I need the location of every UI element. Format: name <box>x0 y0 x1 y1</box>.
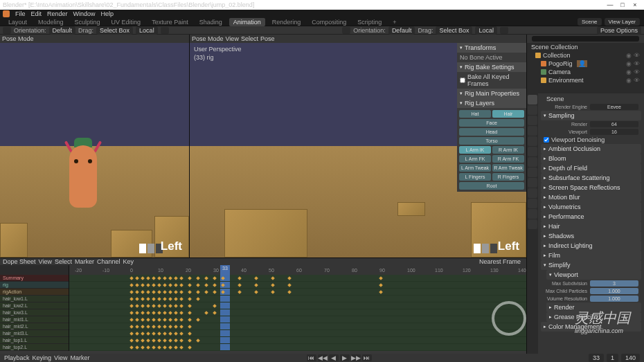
ws-compositing[interactable]: Compositing <box>307 18 350 26</box>
ch-hair7[interactable]: hair_top1.L <box>0 337 69 344</box>
sec-simplify-vp[interactable]: Viewport <box>546 270 641 280</box>
ws-texpaint[interactable]: Texture Paint <box>147 18 193 26</box>
ws-shading[interactable]: Shading <box>195 18 226 26</box>
opt-icon[interactable] <box>500 27 508 34</box>
out-camera[interactable]: Camera◉ 👁 <box>527 68 644 76</box>
ptab-data-icon[interactable] <box>528 199 537 208</box>
sec-dof[interactable]: Depth of Field <box>541 163 641 173</box>
menu-render[interactable]: Render <box>47 10 68 17</box>
tr-view[interactable]: View <box>54 354 67 361</box>
np-riglayers[interactable]: Rig Layers <box>457 98 526 108</box>
tool-icon[interactable] <box>3 27 11 34</box>
ws-layout[interactable]: Layout <box>4 18 31 26</box>
sec-mb[interactable]: Motion Blur <box>541 192 641 202</box>
ptab-bone-icon[interactable] <box>528 209 537 219</box>
ds-select[interactable]: Select <box>55 258 72 265</box>
ch-hair6[interactable]: hair_mid3.L <box>0 330 69 337</box>
play-rev-icon[interactable]: ◀ <box>329 354 339 361</box>
ch-summary[interactable]: Summary <box>0 275 69 282</box>
sec-bloom[interactable]: Bloom <box>541 154 641 163</box>
maximize-button[interactable]: □ <box>616 1 629 8</box>
end-frame[interactable]: 140 <box>621 354 640 362</box>
props-scene[interactable]: Scene <box>546 96 564 102</box>
ws-scripting[interactable]: Scripting <box>353 18 386 26</box>
ds-key[interactable]: Key <box>123 258 134 265</box>
tr-playback[interactable]: Playback <box>4 354 30 361</box>
ptab-physics-icon[interactable] <box>528 178 537 188</box>
rigbtn-rarmik[interactable]: R Arm IK <box>492 146 524 154</box>
out-env[interactable]: Environment◉ 👁 <box>527 76 644 84</box>
sec-vol[interactable]: Volumetrics <box>541 202 641 212</box>
drag-select[interactable]: Select Box <box>96 26 133 35</box>
sec-simplify-render[interactable]: Render <box>546 302 641 312</box>
max-subdiv[interactable]: 3 <box>590 280 638 287</box>
menu-help[interactable]: Help <box>101 10 114 17</box>
np-rigmain[interactable]: Rig Main Properties <box>457 89 526 98</box>
sec-colormgmt[interactable]: Color Management <box>541 322 641 332</box>
sec-sampling[interactable]: Sampling <box>541 111 641 120</box>
rigbtn-rarmtw[interactable]: R Arm Tweak <box>492 164 524 172</box>
ws-modeling[interactable]: Modeling <box>34 18 68 26</box>
menu-file[interactable]: File <box>15 10 26 17</box>
local-select[interactable]: Local <box>136 26 158 35</box>
ws-animation[interactable]: Animation <box>229 18 265 26</box>
rigbtn-head[interactable]: Head <box>459 128 524 136</box>
menu-edit[interactable]: Edit <box>31 10 42 17</box>
viewport-left[interactable]: Pose Mode <box>0 35 190 257</box>
close-button[interactable]: × <box>629 1 641 8</box>
rigbtn-face[interactable]: Face <box>459 119 524 127</box>
sec-simplify[interactable]: Simplify <box>541 260 641 270</box>
rigbtn-torso[interactable]: Torso <box>459 137 524 145</box>
orient2-select[interactable]: Default <box>388 26 415 35</box>
sec-shadows[interactable]: Shadows <box>541 231 641 241</box>
drag2-select[interactable]: Select Box <box>436 26 472 35</box>
frame-ruler[interactable]: -20 -10 0 10 20 30 40 50 60 70 80 90 100… <box>69 265 526 275</box>
rigbtn-larmik[interactable]: L Arm IK <box>459 146 491 154</box>
ch-hair2[interactable]: hair_low2.L <box>0 302 69 309</box>
tr-marker[interactable]: Marker <box>70 354 89 361</box>
np-rigbake[interactable]: Rig Bake Settings <box>457 62 526 72</box>
vp2-menu-select[interactable]: Select <box>241 35 258 42</box>
timeline-canvas[interactable]: -20 -10 0 10 20 30 40 50 60 70 80 90 100… <box>69 265 526 351</box>
play-icon[interactable]: ▶ <box>340 354 350 361</box>
ws-rendering[interactable]: Rendering <box>268 18 305 26</box>
rigbtn-hat[interactable]: Hat <box>459 110 491 118</box>
sec-ssr[interactable]: Screen Space Reflections <box>541 183 641 192</box>
ds-editor[interactable]: Dope Sheet <box>3 258 36 265</box>
rigbtn-rfing[interactable]: R Fingers <box>492 173 524 181</box>
ch-hair3[interactable]: hair_low3.L <box>0 309 69 316</box>
current-frame[interactable]: 33 <box>589 354 604 362</box>
ptab-object-icon[interactable] <box>528 147 537 156</box>
sec-indirect[interactable]: Indirect Lighting <box>541 241 641 251</box>
render-samples[interactable]: 64 <box>590 121 638 127</box>
out-collection[interactable]: Collection◉ 👁 <box>527 51 644 60</box>
menu-window[interactable]: Window <box>73 10 96 17</box>
rigbtn-root[interactable]: Root <box>459 182 524 190</box>
tool-opt-icon[interactable] <box>161 27 169 34</box>
ds-snap[interactable]: Nearest Frame <box>479 258 521 265</box>
jump-start-icon[interactable]: ⏮ <box>307 354 316 361</box>
ch-rig[interactable]: rig <box>0 282 69 289</box>
ws-add[interactable]: + <box>388 18 400 26</box>
rigbtn-lfing[interactable]: L Fingers <box>459 173 491 181</box>
ws-sculpting[interactable]: Sculpting <box>71 18 105 26</box>
sec-perf[interactable]: Performance <box>541 212 641 221</box>
ch-hair1[interactable]: hair_low1.L <box>0 296 69 302</box>
render-engine-select[interactable]: Eevee <box>590 104 638 110</box>
ws-uv[interactable]: UV Editing <box>107 18 145 26</box>
ptab-world-icon[interactable] <box>528 136 537 146</box>
np-bakeall[interactable]: Bake All Keyed Frames <box>457 72 526 89</box>
out-pogorig[interactable]: PogoRig👤◉ 👁 <box>527 60 644 68</box>
start-frame[interactable]: 1 <box>607 354 618 362</box>
viewport-right[interactable]: Pose Mode View Select Pose User Perspect… <box>190 35 526 257</box>
ch-action[interactable]: rigAction <box>0 289 69 296</box>
max-child[interactable]: 1.000 <box>590 288 638 294</box>
ch-hair8[interactable]: hair_top2.L <box>0 344 69 351</box>
np-transforms[interactable]: Transforms <box>457 43 526 53</box>
blender-logo-icon[interactable] <box>3 10 10 17</box>
sec-film[interactable]: Film <box>541 251 641 260</box>
rigbtn-larmtw[interactable]: L Arm Tweak <box>459 164 491 172</box>
orientation-select[interactable]: Default <box>49 26 76 35</box>
sec-ao[interactable]: Ambient Occlusion <box>541 144 641 154</box>
sec-hair[interactable]: Hair <box>541 221 641 231</box>
